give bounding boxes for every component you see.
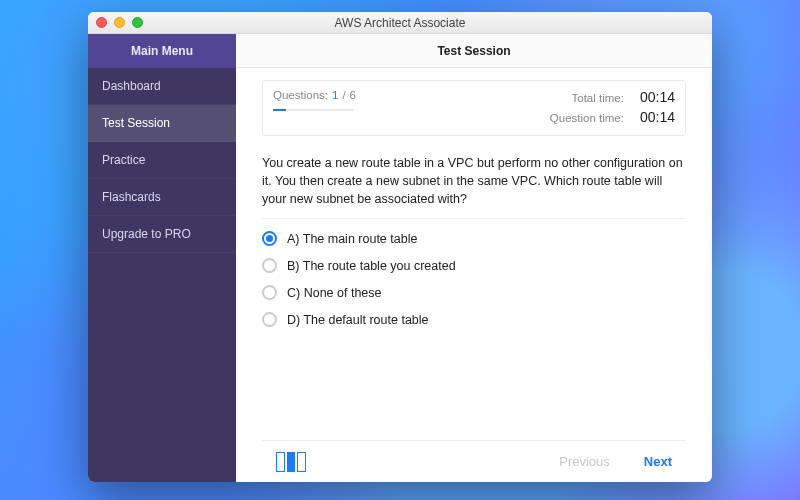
- app-window: AWS Architect Associate Main Menu Dashbo…: [88, 12, 712, 482]
- answer-label: D) The default route table: [287, 313, 429, 327]
- window-title: AWS Architect Associate: [335, 16, 466, 30]
- answer-option-c[interactable]: C) None of these: [262, 285, 686, 300]
- question-time-label: Question time:: [550, 112, 624, 124]
- sidebar-item-dashboard[interactable]: Dashboard: [88, 68, 236, 105]
- answer-list: A) The main route tableB) The route tabl…: [262, 231, 686, 327]
- question-time-value: 00:14: [640, 109, 675, 125]
- titlebar: AWS Architect Associate: [88, 12, 712, 34]
- question-sep: /: [342, 89, 345, 101]
- question-progress: Questions: 1 / 6: [273, 89, 356, 125]
- next-button[interactable]: Next: [644, 454, 672, 469]
- sidebar-item-practice[interactable]: Practice: [88, 142, 236, 179]
- answer-option-b[interactable]: B) The route table you created: [262, 258, 686, 273]
- question-text: You create a new route table in a VPC bu…: [262, 154, 686, 219]
- footer: Previous Next: [262, 440, 686, 482]
- content-heading: Test Session: [236, 34, 712, 68]
- sidebar-heading: Main Menu: [88, 34, 236, 68]
- zoom-icon[interactable]: [132, 17, 143, 28]
- questions-label: Questions:: [273, 89, 328, 101]
- total-time-label: Total time:: [550, 92, 624, 104]
- close-icon[interactable]: [96, 17, 107, 28]
- sidebar: Main Menu DashboardTest SessionPracticeF…: [88, 34, 236, 482]
- answer-label: A) The main route table: [287, 232, 417, 246]
- radio-icon: [262, 258, 277, 273]
- window-body: Main Menu DashboardTest SessionPracticeF…: [88, 34, 712, 482]
- progress-bar-fill: [273, 109, 286, 111]
- answer-option-a[interactable]: A) The main route table: [262, 231, 686, 246]
- minimize-icon[interactable]: [114, 17, 125, 28]
- progress-bar: [273, 109, 353, 111]
- answer-option-d[interactable]: D) The default route table: [262, 312, 686, 327]
- sidebar-item-upgrade-to-pro[interactable]: Upgrade to PRO: [88, 216, 236, 253]
- sidebar-item-flashcards[interactable]: Flashcards: [88, 179, 236, 216]
- sidebar-item-test-session[interactable]: Test Session: [88, 105, 236, 142]
- content: Test Session Questions: 1 / 6: [236, 34, 712, 482]
- radio-icon: [262, 312, 277, 327]
- nav-buttons: Previous Next: [559, 454, 672, 469]
- content-body: Questions: 1 / 6 Total time: 00:14 Quest…: [236, 68, 712, 482]
- answer-label: C) None of these: [287, 286, 382, 300]
- question-current: 1: [332, 89, 338, 101]
- time-panel: Total time: 00:14 Question time: 00:14: [550, 89, 675, 125]
- stats-panel: Questions: 1 / 6 Total time: 00:14 Quest…: [262, 80, 686, 136]
- traffic-lights: [96, 17, 143, 28]
- total-time-value: 00:14: [640, 89, 675, 105]
- radio-icon: [262, 231, 277, 246]
- question-total: 6: [350, 89, 356, 101]
- question-grid-icon[interactable]: [276, 452, 306, 472]
- radio-icon: [262, 285, 277, 300]
- previous-button: Previous: [559, 454, 610, 469]
- answer-label: B) The route table you created: [287, 259, 456, 273]
